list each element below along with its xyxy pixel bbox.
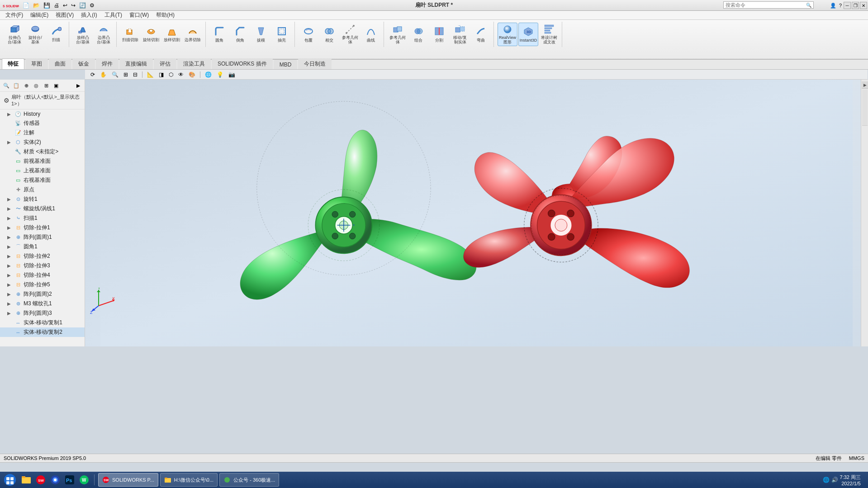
redo-icon[interactable]: ↪ [70,2,76,9]
tree-item-sensors[interactable]: 📡 传感器 [0,118,85,128]
tab-feature[interactable]: 特征 [2,58,24,69]
revolve-boss-btn[interactable]: 旋转台/基体 [25,23,45,46]
displaymgr-btn[interactable]: ▣ [52,81,61,90]
menu-file[interactable]: 文件(F) [2,10,27,20]
extrude-boss-btn[interactable]: 拉伸凸台/基体 [5,23,24,46]
minimize-button[interactable]: ─ [844,2,851,9]
tree-item-cut-extrude3[interactable]: ▶ ⊟ 切除-拉伸3 [0,261,85,270]
realview-btn[interactable]: RealView 图形 [498,23,517,46]
tab-evaluate[interactable]: 评估 [154,58,176,69]
sweep-boss-btn[interactable]: 扫描 [46,23,66,46]
instant3d-btn[interactable]: 3D Instant3D [518,23,538,46]
tree-item-solid-bodies[interactable]: ▶ ⬡ 实体(2) [0,137,85,147]
rebuild-icon[interactable]: 🔄 [78,2,87,9]
ref-geom-btn[interactable]: 参考几何体 [340,23,360,46]
tab-weldment[interactable]: 焊件 [96,58,119,69]
zoom-area-icon[interactable]: ⊟ [131,70,139,79]
taskbar-ps[interactable]: Ps [63,474,76,486]
user-icon[interactable]: 👤 [829,2,837,9]
tree-expand-btn[interactable]: ▶ [74,81,83,90]
shell-btn[interactable]: 抽壳 [272,23,292,46]
viewport[interactable]: + [85,80,868,346]
right-panel-btn-1[interactable]: ▶ [862,81,868,89]
tree-item-cut-extrude1[interactable]: ▶ ⊟ 切除-拉伸1 [0,223,85,232]
loft-btn[interactable]: 放样凸台/基体 [73,23,93,46]
new-icon[interactable]: 📄 [22,2,30,9]
tree-item-origin[interactable]: ✚ 原点 [0,185,85,194]
tree-item-top-plane[interactable]: ▭ 上视基准面 [0,166,85,175]
featuremgr-btn[interactable]: 📋 [12,81,21,90]
rotate-icon[interactable]: ⟳ [89,70,97,79]
taskbar-app-browser[interactable]: 公众号 - 360极速... [219,473,279,487]
revolve-cut-btn[interactable]: 旋转切割 [141,23,161,46]
tree-item-front-plane[interactable]: ▭ 前视基准面 [0,156,85,166]
tree-item-move-copy1[interactable]: ↔ 实体-移动/复制1 [0,318,85,327]
design-tree-btn[interactable]: 将设计树成文改 [539,23,559,46]
help-icon[interactable]: ? [838,2,843,9]
undo-icon[interactable]: ↩ [62,2,68,9]
tab-plugins[interactable]: SOLIDWORKS 插件 [212,58,273,69]
section-view-icon[interactable]: ◨ [157,70,166,79]
tab-direct-edit[interactable]: 直接编辑 [119,58,153,69]
combine-btn[interactable]: 组合 [408,23,428,46]
tree-item-cut-extrude2[interactable]: ▶ ⊟ 切除-拉伸2 [0,251,85,261]
tree-item-fillet1[interactable]: ▶ ⌒ 圆角1 [0,242,85,251]
extrude-cut-btn[interactable]: 扫描切除 [120,23,140,46]
tree-item-move-copy2[interactable]: ↔ 实体-移动/复制2 [0,327,85,337]
tree-item-annotations[interactable]: 📝 注解 [0,128,85,137]
tree-item-pattern1[interactable]: ▶ ⊕ 阵列(圆周)1 [0,232,85,242]
tab-sketch[interactable]: 草图 [25,58,48,69]
restore-button[interactable]: ❐ [852,2,859,9]
propertymgr-btn[interactable]: ⊕ [22,81,31,90]
start-button[interactable] [2,473,18,487]
tree-item-cut-extrude4[interactable]: ▶ ⊟ 切除-拉伸4 [0,270,85,280]
menu-help[interactable]: 帮助(H) [152,10,178,20]
network-icon[interactable]: 🌐 [823,477,830,483]
lighting-icon[interactable]: 💡 [215,70,225,79]
flex-btn[interactable]: 弯曲 [471,23,491,46]
tab-surface[interactable]: 曲面 [49,58,71,69]
taskbar-time[interactable]: 7:32 周三 2022/1/5 [840,474,864,486]
boundary-btn[interactable]: 边界凸台/基体 [94,23,114,46]
tree-item-sweep1[interactable]: ▶ ⤷ 扫描1 [0,213,85,223]
taskbar-browser[interactable] [49,474,62,486]
tab-mbd[interactable]: MBD [274,60,298,69]
tree-item-cut-extrude5[interactable]: ▶ ⊟ 切除-拉伸5 [0,280,85,289]
tree-item-helix1[interactable]: ▶ 〜 螺旋线/涡线1 [0,204,85,213]
filter-btn[interactable]: 🔍 [2,81,11,90]
tree-item-pattern3[interactable]: ▶ ⊕ 阵列(圆周)3 [0,308,85,318]
taskbar-app-folder[interactable]: H:\微信公众号\0... [160,473,218,487]
open-icon[interactable]: 📂 [32,2,41,9]
menu-view[interactable]: 视图(V) [52,10,77,20]
tree-item-history[interactable]: ▶ 🕐 History [0,109,85,118]
loft-cut-btn[interactable]: 放样切割 [162,23,182,46]
display-mode-icon[interactable]: ⬡ [167,70,175,79]
menu-tools[interactable]: 工具(T) [101,10,126,20]
search-input[interactable] [726,2,806,8]
zoom-icon[interactable]: 🔍 [110,70,120,79]
intersect-btn[interactable]: 相交 [319,23,339,46]
save-icon[interactable]: 💾 [43,2,51,9]
appearance-icon[interactable]: 🎨 [187,70,197,79]
dimbxpertmgr-btn[interactable]: ⊞ [42,81,51,90]
fillet-btn[interactable]: 圆角 [209,23,229,46]
view-orientation-icon[interactable]: 📐 [145,70,156,79]
taskbar-app-solidworks[interactable]: SW SOLIDWORKS P... [98,473,158,487]
taskbar-solidworks[interactable]: SW [34,474,47,486]
taskbar-chat[interactable]: W [78,474,90,486]
pan-icon[interactable]: ✋ [98,70,109,79]
move-copy-btn[interactable]: → 移动/复制实体 [450,23,470,46]
draft-btn[interactable]: 拔模 [251,23,271,46]
search-icon[interactable]: 🔍 [806,3,811,8]
boundary-cut-btn[interactable]: 边界切除 [183,23,203,46]
options-icon[interactable]: ⚙ [89,2,95,9]
apply-scene-icon[interactable]: 🌐 [203,70,213,79]
wrap-btn[interactable]: 包覆 [299,23,318,46]
menu-insert[interactable]: 插入(I) [77,10,100,20]
tab-manufacturing[interactable]: 今日制造 [298,58,332,69]
hide-show-icon[interactable]: 👁 [176,70,185,79]
multi-body-btn[interactable]: 参考几何体 [388,23,408,46]
tab-render[interactable]: 渲染工具 [177,58,211,69]
zoom-fit-icon[interactable]: ⊞ [122,70,130,79]
tree-item-revolve1[interactable]: ▶ ⊙ 旋转1 [0,194,85,204]
